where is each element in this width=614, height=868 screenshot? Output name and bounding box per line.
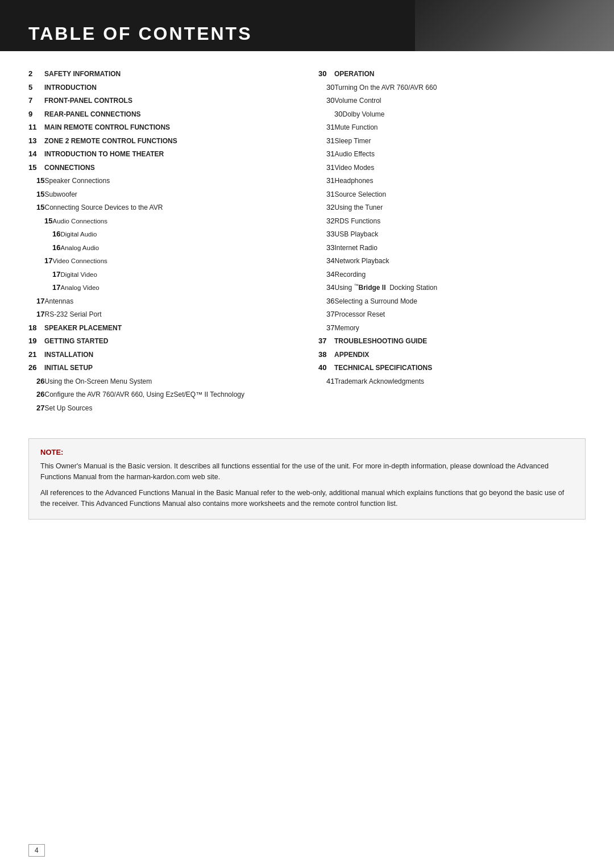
toc-label: Analog Video: [60, 283, 99, 293]
toc-entry: 17Video Connections: [28, 255, 296, 267]
toc-entry: 5INTRODUCTION: [28, 82, 296, 93]
toc-entry: 26Configure the AVR 760/AVR 660, Using E…: [28, 389, 296, 400]
toc-label: Using the Tuner: [334, 202, 383, 213]
toc-entry: 33USB Playback: [318, 229, 586, 240]
toc-num: 17: [28, 296, 44, 307]
toc-entry: 31Source Selection: [318, 189, 586, 200]
toc-entry: 34Network Playback: [318, 255, 586, 267]
toc-entry: 17Antennas: [28, 296, 296, 307]
note-paragraph: This Owner's Manual is the Basic version…: [40, 461, 574, 483]
toc-num: 34: [318, 269, 334, 280]
toc-entry: 32Using the Tuner: [318, 202, 586, 213]
toc-label: Connecting Source Devices to the AVR: [44, 202, 163, 213]
toc-entry: 37Processor Reset: [318, 309, 586, 320]
toc-entry: 30Turning On the AVR 760/AVR 660: [318, 82, 586, 93]
toc-label: Audio Connections: [52, 217, 107, 226]
toc-num: 37: [318, 309, 334, 320]
toc-entry: 31Mute Function: [318, 122, 586, 133]
toc-label: REAR-PANEL CONNECTIONS: [44, 109, 141, 119]
toc-label: INITIAL SETUP: [44, 363, 93, 373]
toc-num: 37: [318, 322, 334, 334]
toc-num: 31: [318, 162, 334, 173]
toc-entry: 13ZONE 2 REMOTE CONTROL FUNCTIONS: [28, 135, 296, 147]
toc-num: 40: [318, 362, 334, 373]
toc-label: GETTING STARTED: [44, 336, 108, 346]
toc-entry: 11MAIN REMOTE CONTROL FUNCTIONS: [28, 122, 296, 133]
toc-entry: 17Analog Video: [28, 282, 296, 293]
toc-entry: 27Set Up Sources: [28, 402, 296, 414]
toc-num: 15: [28, 202, 44, 213]
toc-num: 31: [318, 148, 334, 160]
toc-num: 15: [28, 189, 44, 200]
toc-entry: 31Headphones: [318, 175, 586, 186]
toc-entry: 15Speaker Connections: [28, 175, 296, 186]
toc-num: 15: [28, 175, 44, 186]
toc-num: 30: [318, 95, 334, 106]
toc-entry: 31Sleep Timer: [318, 135, 586, 147]
toc-entry: 9REAR-PANEL CONNECTIONS: [28, 109, 296, 120]
toc-entry: 15Audio Connections: [28, 215, 296, 227]
toc-entry: 31Audio Effects: [318, 148, 586, 160]
note-paragraph: All references to the Advanced Functions…: [40, 488, 574, 510]
toc-num: 16: [28, 229, 60, 240]
toc-label: USB Playback: [334, 229, 378, 239]
toc-label: Dolby Volume: [342, 109, 384, 119]
toc-entry: 30Dolby Volume: [318, 109, 586, 120]
toc-label: Trademark Acknowledgments: [334, 376, 424, 387]
toc-label: Digital Video: [60, 270, 97, 280]
toc-label: TECHNICAL SPECIFICATIONS: [334, 363, 432, 373]
toc-label: Subwoofer: [44, 189, 77, 200]
toc-num: 5: [28, 82, 44, 93]
toc-entry: 26Using the On-Screen Menu System: [28, 376, 296, 387]
toc-num: 26: [28, 362, 44, 373]
toc-entry: 18SPEAKER PLACEMENT: [28, 322, 296, 334]
page-number: 4: [28, 844, 45, 857]
toc-num: 2: [28, 68, 44, 80]
toc-label: Internet Radio: [334, 243, 377, 253]
toc-label: Source Selection: [334, 189, 386, 200]
toc-left-column: 2SAFETY INFORMATION5INTRODUCTION7FRONT-P…: [28, 68, 296, 416]
toc-entry: 34Using ™Bridge II Docking Station: [318, 282, 586, 293]
toc-label: Digital Audio: [60, 230, 97, 239]
page-title: TABLE OF CONTENTS: [28, 23, 252, 44]
toc-label: INTRODUCTION: [44, 82, 97, 93]
toc-entry: 30OPERATION: [318, 68, 586, 80]
toc-entry: 16Analog Audio: [28, 242, 296, 254]
toc-entry: 15CONNECTIONS: [28, 162, 296, 173]
toc-num: 17: [28, 282, 60, 293]
toc-num: 16: [28, 242, 60, 254]
toc-num: 33: [318, 229, 334, 240]
toc-num: 30: [318, 68, 334, 80]
toc-num: 7: [28, 95, 44, 106]
toc-label: Antennas: [44, 296, 73, 306]
toc-entry: 14INTRODUCTION TO HOME THEATER: [28, 148, 296, 160]
toc-entry: 37Memory: [318, 322, 586, 334]
note-box: NOTE: This Owner's Manual is the Basic v…: [28, 438, 586, 520]
toc-entry: 38APPENDIX: [318, 349, 586, 360]
toc-entry: 15Subwoofer: [28, 189, 296, 200]
toc-entry: 16Digital Audio: [28, 229, 296, 240]
toc-num: 26: [28, 376, 44, 387]
toc-num: 17: [28, 269, 60, 280]
toc-label: Processor Reset: [334, 309, 385, 319]
toc-label: OPERATION: [334, 69, 374, 79]
toc-entry: 40TECHNICAL SPECIFICATIONS: [318, 362, 586, 373]
toc-label: MAIN REMOTE CONTROL FUNCTIONS: [44, 122, 170, 132]
toc-label: Audio Effects: [334, 149, 375, 159]
toc-num: 34: [318, 255, 334, 267]
toc-num: 11: [28, 122, 44, 133]
toc-label: Analog Audio: [60, 243, 99, 253]
toc-label: Turning On the AVR 760/AVR 660: [334, 82, 437, 93]
toc-num: 15: [28, 162, 44, 173]
toc-right-column: 30OPERATION30Turning On the AVR 760/AVR …: [318, 68, 586, 416]
toc-num: 34: [318, 282, 334, 293]
toc-label: SPEAKER PLACEMENT: [44, 323, 122, 333]
toc-entry: 30Volume Control: [318, 95, 586, 106]
toc-num: 31: [318, 135, 334, 147]
toc-label: TROUBLESHOOTING GUIDE: [334, 336, 427, 346]
toc-entry: 17RS-232 Serial Port: [28, 309, 296, 320]
toc-num: 27: [28, 402, 44, 414]
toc-label: ZONE 2 REMOTE CONTROL FUNCTIONS: [44, 136, 177, 146]
toc-num: 41: [318, 376, 334, 387]
page-footer: 4: [28, 844, 586, 857]
